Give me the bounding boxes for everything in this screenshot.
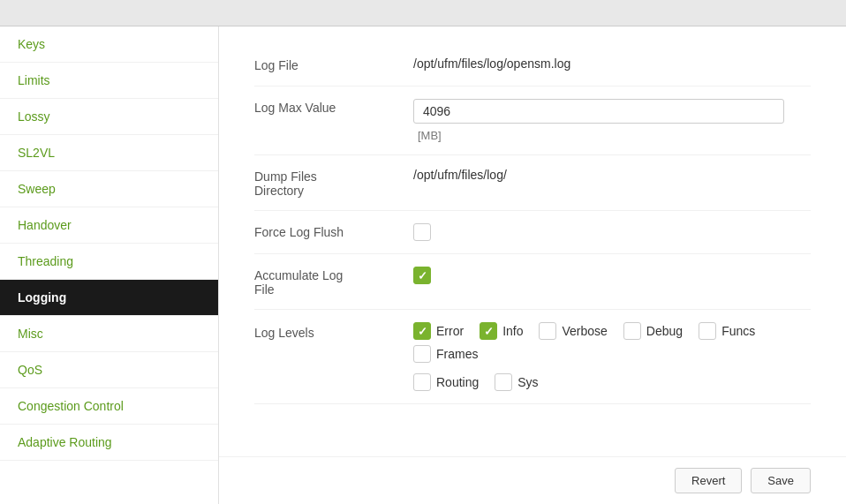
- log-max-value-unit: [MB]: [418, 129, 442, 142]
- log-max-value-row: Log Max Value [MB]: [254, 87, 811, 155]
- revert-button[interactable]: Revert: [675, 468, 742, 493]
- force-log-flush-label: Force Log Flush: [254, 223, 413, 239]
- sidebar-item-handover[interactable]: Handover: [0, 207, 218, 244]
- app-container: KeysLimitsLossySL2VLSweepHandoverThreadi…: [0, 0, 846, 504]
- sidebar-item-limits[interactable]: Limits: [0, 63, 218, 99]
- sidebar-item-sl2vl[interactable]: SL2VL: [0, 135, 218, 171]
- log-level-error[interactable]: Error: [413, 322, 464, 340]
- log-levels-value: Error Info Verbose: [413, 322, 811, 391]
- sidebar-item-keys[interactable]: Keys: [0, 26, 218, 63]
- accumulate-log-value: [413, 267, 811, 284]
- routing-checkbox[interactable]: [413, 373, 431, 391]
- accumulate-log-checkbox[interactable]: [413, 267, 431, 284]
- log-file-value: /opt/ufm/files/log/opensm.log: [413, 56, 811, 71]
- main-area: KeysLimitsLossySL2VLSweepHandoverThreadi…: [0, 26, 846, 504]
- log-level-routing[interactable]: Routing: [413, 373, 479, 391]
- content: Log File /opt/ufm/files/log/opensm.log L…: [219, 26, 846, 504]
- log-level-info[interactable]: Info: [480, 322, 523, 340]
- sidebar-item-threading[interactable]: Threading: [0, 244, 218, 280]
- sidebar-item-adaptive-routing[interactable]: Adaptive Routing: [0, 425, 218, 461]
- error-label: Error: [436, 324, 464, 338]
- force-log-flush-row: Force Log Flush: [254, 211, 811, 254]
- log-levels-row2: Routing Sys: [413, 373, 539, 391]
- log-levels-label: Log Levels: [254, 322, 413, 340]
- info-label: Info: [502, 324, 523, 338]
- log-level-debug[interactable]: Debug: [623, 322, 683, 340]
- routing-label: Routing: [436, 375, 479, 389]
- log-level-verbose[interactable]: Verbose: [539, 322, 607, 340]
- sys-checkbox[interactable]: [495, 373, 512, 391]
- sidebar-item-congestion-control[interactable]: Congestion Control: [0, 388, 218, 425]
- dump-files-label: Dump FilesDirectory: [254, 168, 413, 198]
- log-max-value-label: Log Max Value: [254, 99, 413, 115]
- log-file-row: Log File /opt/ufm/files/log/opensm.log: [254, 44, 811, 87]
- log-levels-row1: Error Info Verbose: [413, 322, 811, 363]
- footer-buttons: Revert Save: [219, 456, 846, 504]
- sidebar-item-logging[interactable]: Logging: [0, 280, 218, 316]
- log-max-value-field: [MB]: [413, 99, 811, 142]
- sys-label: Sys: [517, 375, 538, 389]
- save-button[interactable]: Save: [751, 468, 811, 493]
- sidebar: KeysLimitsLossySL2VLSweepHandoverThreadi…: [0, 26, 219, 504]
- frames-checkbox[interactable]: [413, 345, 431, 363]
- verbose-label: Verbose: [562, 324, 607, 338]
- frames-label: Frames: [436, 347, 478, 361]
- log-file-label: Log File: [254, 56, 413, 72]
- sidebar-item-qos[interactable]: QoS: [0, 352, 218, 388]
- debug-label: Debug: [646, 324, 683, 338]
- sidebar-item-sweep[interactable]: Sweep: [0, 171, 218, 207]
- sidebar-item-lossy[interactable]: Lossy: [0, 99, 218, 135]
- log-level-sys[interactable]: Sys: [495, 373, 538, 391]
- log-level-frames[interactable]: Frames: [413, 345, 478, 363]
- dump-files-row: Dump FilesDirectory /opt/ufm/files/log/: [254, 155, 811, 211]
- debug-checkbox[interactable]: [623, 322, 641, 340]
- force-log-flush-checkbox[interactable]: [413, 223, 431, 241]
- force-log-flush-value: [413, 223, 811, 241]
- error-checkbox[interactable]: [413, 322, 431, 340]
- info-checkbox[interactable]: [480, 322, 497, 340]
- verbose-checkbox[interactable]: [539, 322, 556, 340]
- dump-files-value: /opt/ufm/files/log/: [413, 168, 811, 182]
- content-inner: Log File /opt/ufm/files/log/opensm.log L…: [219, 26, 846, 456]
- log-file-path: /opt/ufm/files/log/opensm.log: [413, 56, 570, 71]
- funcs-checkbox[interactable]: [699, 322, 716, 340]
- top-bar: [0, 0, 846, 26]
- funcs-label: Funcs: [721, 324, 755, 338]
- accumulate-log-row: Accumulate LogFile: [254, 254, 811, 310]
- accumulate-log-label: Accumulate LogFile: [254, 267, 413, 297]
- dump-files-path: /opt/ufm/files/log/: [413, 168, 507, 182]
- log-levels-row: Log Levels Error Info: [254, 310, 811, 404]
- log-level-funcs[interactable]: Funcs: [699, 322, 755, 340]
- sidebar-item-misc[interactable]: Misc: [0, 316, 218, 352]
- log-max-value-input[interactable]: [413, 99, 784, 124]
